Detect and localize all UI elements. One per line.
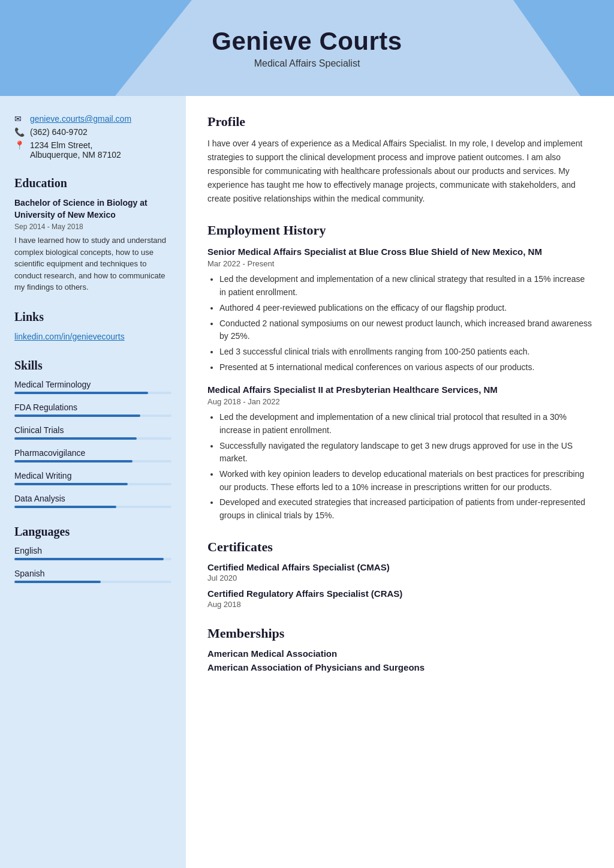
address-line1: 1234 Elm Street,: [30, 140, 121, 150]
employment-title: Employment History: [207, 223, 592, 238]
lang-bar-fill: [14, 558, 164, 560]
header-content: Genieve Courts Medical Affairs Specialis…: [0, 0, 614, 96]
job-bullet: Developed and executed strategies that i…: [219, 496, 592, 522]
lang-bar-bg: [14, 558, 171, 560]
phone-icon: 📞: [14, 127, 25, 137]
job-bullet: Led 3 successful clinical trials with en…: [219, 346, 592, 359]
skill-item: FDA Regulations: [14, 403, 171, 417]
skill-name: Medical Writing: [14, 471, 171, 480]
contact-section: ✉ genieve.courts@gmail.com 📞 (362) 640-9…: [14, 114, 171, 160]
skill-item: Medical Terminology: [14, 380, 171, 394]
certificates-section: Certificates Certified Medical Affairs S…: [207, 539, 592, 609]
lang-bar-bg: [14, 581, 171, 583]
skill-item: Pharmacovigilance: [14, 448, 171, 462]
language-item: Spanish: [14, 569, 171, 583]
job-bullet: Led the development and implementation o…: [219, 273, 592, 299]
linkedin-link[interactable]: linkedin.com/in/genievecourts: [14, 332, 125, 341]
skill-bar-fill: [14, 437, 137, 440]
contact-address-row: 📍 1234 Elm Street, Albuquerque, NM 87102: [14, 140, 171, 160]
skill-bar-fill: [14, 483, 128, 485]
edu-description: I have learned how to study and understa…: [14, 235, 171, 293]
profile-section: Profile I have over 4 years of experienc…: [207, 114, 592, 206]
cert-date: Aug 2018: [207, 600, 592, 609]
skill-name: FDA Regulations: [14, 403, 171, 412]
skill-bar-fill: [14, 415, 140, 417]
job-date: Aug 2018 - Jan 2022: [207, 397, 592, 406]
skills-section: Skills Medical Terminology FDA Regulatio…: [14, 359, 171, 508]
edu-date: Sep 2014 - May 2018: [14, 223, 171, 231]
profile-text: I have over 4 years of experience as a M…: [207, 137, 592, 206]
education-title: Education: [14, 176, 171, 190]
address-line2: Albuquerque, NM 87102: [30, 150, 121, 160]
skill-item: Data Analysis: [14, 494, 171, 508]
lang-name: English: [14, 546, 171, 555]
job-bullet: Successfully navigated the regulatory la…: [219, 440, 592, 465]
memberships-section: Memberships American Medical Association…: [207, 626, 592, 672]
skill-bar-bg: [14, 506, 171, 508]
skill-bar-bg: [14, 483, 171, 485]
skill-bar-fill: [14, 506, 116, 508]
memberships-title: Memberships: [207, 626, 592, 641]
languages-section: Languages English Spanish: [14, 525, 171, 583]
skill-bar-bg: [14, 415, 171, 417]
cert-name: Certified Regulatory Affairs Specialist …: [207, 588, 592, 599]
skill-bar-bg: [14, 392, 171, 394]
lang-bar-fill: [14, 581, 101, 583]
job-bullets: Led the development and implementation o…: [207, 411, 592, 522]
cert-name: Certified Medical Affairs Specialist (CM…: [207, 562, 592, 572]
membership-name: American Medical Association: [207, 648, 592, 659]
contact-phone-row: 📞 (362) 640-9702: [14, 127, 171, 137]
job-title: Medical Affairs Specialist II at Presbyt…: [207, 383, 592, 396]
skill-bar-bg: [14, 460, 171, 462]
header-background: Genieve Courts Medical Affairs Specialis…: [0, 0, 614, 96]
language-item: English: [14, 546, 171, 560]
job-bullet: Presented at 5 international medical con…: [219, 361, 592, 374]
skill-name: Clinical Trials: [14, 425, 171, 435]
job-bullet: Led the development and implementation o…: [219, 411, 592, 437]
skill-name: Data Analysis: [14, 494, 171, 503]
skill-item: Medical Writing: [14, 471, 171, 485]
links-title: Links: [14, 310, 171, 324]
job-entry: Senior Medical Affairs Specialist at Blu…: [207, 245, 592, 374]
lang-name: Spanish: [14, 569, 171, 578]
candidate-name: Genieve Courts: [212, 27, 402, 56]
phone-text: (362) 640-9702: [30, 127, 88, 137]
email-icon: ✉: [14, 114, 25, 124]
location-icon: 📍: [14, 140, 25, 150]
profile-title: Profile: [207, 114, 592, 130]
employment-section: Employment History Senior Medical Affair…: [207, 223, 592, 522]
edu-degree: Bachelor of Science in Biology at Univer…: [14, 197, 171, 221]
skill-bar-bg: [14, 437, 171, 440]
education-section: Education Bachelor of Science in Biology…: [14, 176, 171, 293]
certificates-title: Certificates: [207, 539, 592, 555]
candidate-title: Medical Affairs Specialist: [254, 58, 360, 69]
links-section: Links linkedin.com/in/genievecourts: [14, 310, 171, 342]
job-bullet: Conducted 2 national symposiums on our n…: [219, 317, 592, 343]
job-bullet: Worked with key opinion leaders to devel…: [219, 468, 592, 494]
membership-name: American Association of Physicians and S…: [207, 662, 592, 672]
skill-name: Pharmacovigilance: [14, 448, 171, 458]
job-date: Mar 2022 - Present: [207, 259, 592, 268]
job-title: Senior Medical Affairs Specialist at Blu…: [207, 245, 592, 258]
skill-item: Clinical Trials: [14, 425, 171, 440]
sidebar: ✉ genieve.courts@gmail.com 📞 (362) 640-9…: [0, 96, 186, 868]
job-bullets: Led the development and implementation o…: [207, 273, 592, 374]
skill-name: Medical Terminology: [14, 380, 171, 389]
email-link[interactable]: genieve.courts@gmail.com: [30, 114, 131, 124]
skill-bar-fill: [14, 392, 148, 394]
languages-title: Languages: [14, 525, 171, 539]
address-block: 1234 Elm Street, Albuquerque, NM 87102: [30, 140, 121, 160]
main-layout: ✉ genieve.courts@gmail.com 📞 (362) 640-9…: [0, 96, 614, 868]
cert-date: Jul 2020: [207, 573, 592, 582]
main-content: Profile I have over 4 years of experienc…: [186, 96, 614, 868]
job-entry: Medical Affairs Specialist II at Presbyt…: [207, 383, 592, 522]
job-bullet: Authored 4 peer-reviewed publications on…: [219, 302, 592, 315]
skills-title: Skills: [14, 359, 171, 373]
skill-bar-fill: [14, 460, 133, 462]
contact-email-row: ✉ genieve.courts@gmail.com: [14, 114, 171, 124]
